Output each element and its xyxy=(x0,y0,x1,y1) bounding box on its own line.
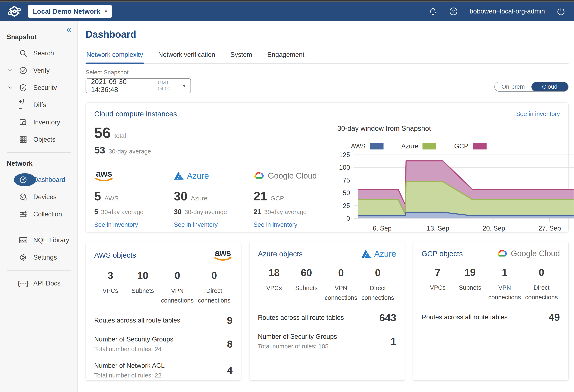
metric-routes: Routes across all route tables 9 xyxy=(94,315,233,326)
tab-engagement[interactable]: Engagement xyxy=(266,48,305,63)
search-icon xyxy=(19,49,28,58)
svg-text:13. Sep: 13. Sep xyxy=(427,225,449,232)
snapshot-timezone: GMT-04:00 xyxy=(158,80,183,92)
azure-logo: Azure xyxy=(174,171,209,181)
metric-network-acl: Number of Network ACLTotal number of rul… xyxy=(94,362,233,379)
svg-text:6. Sep: 6. Sep xyxy=(373,225,392,232)
select-snapshot-label: Select Snapshot xyxy=(85,69,191,76)
provider-summary-aws: aws 5AWS 530-day average See in inventor… xyxy=(94,168,174,228)
main-content: Dashboard Network complexity Network ver… xyxy=(78,21,574,392)
sidebar-item-label: Search xyxy=(33,50,54,57)
sidebar-heading-network: Network xyxy=(7,160,77,167)
network-selector[interactable]: Local Demo Network ▾ xyxy=(28,5,112,18)
sidebar-collapse-icon[interactable]: « xyxy=(66,24,71,34)
metric-routes: Routes across all route tables 643 xyxy=(258,312,396,324)
sidebar-item-diffs[interactable]: +/− Diffs xyxy=(0,96,77,114)
sidebar-item-search[interactable]: Search xyxy=(0,45,77,62)
sidebar-item-label: Security xyxy=(33,84,57,92)
svg-text:?: ? xyxy=(452,9,455,14)
see-in-inventory-link[interactable]: See in inventory xyxy=(94,221,174,228)
sidebar-item-devices[interactable]: Devices xyxy=(0,188,77,206)
card-title: AWS objects xyxy=(94,251,136,259)
sidebar-item-label: Inventory xyxy=(33,118,60,126)
google-cloud-logo: Google Cloud xyxy=(253,171,317,180)
sidebar-item-verify[interactable]: Verify xyxy=(0,62,77,79)
metric-security-groups: Number of Security GroupsTotal number of… xyxy=(258,333,396,350)
page-title: Dashboard xyxy=(85,29,569,40)
cloud-compute-instances-card: Cloud compute instances See in inventory… xyxy=(85,102,569,232)
chevron-down-icon[interactable] xyxy=(8,85,13,91)
notifications-bell-icon[interactable] xyxy=(428,7,437,16)
sidebar-item-label: Settings xyxy=(33,254,57,261)
svg-text:0: 0 xyxy=(347,215,350,222)
see-in-inventory-link[interactable]: See in inventory xyxy=(516,111,560,117)
total-instances-label: total xyxy=(114,132,126,139)
sidebar-item-label: NQE Library xyxy=(33,236,69,244)
chart-legend: AWS Azure GCP xyxy=(351,143,574,150)
snapshot-dropdown[interactable]: 2021-09-30 14:36:48 GMT-04:00 ▾ xyxy=(85,78,191,93)
dashboard-gauge-icon xyxy=(19,175,28,185)
onprem-cloud-toggle: On-prem Cloud xyxy=(494,82,569,92)
sidebar-item-settings[interactable]: Settings xyxy=(0,249,77,266)
gcp-average: 21 xyxy=(253,208,261,216)
toggle-option-onprem[interactable]: On-prem xyxy=(495,82,532,91)
sidebar-item-label: Devices xyxy=(33,193,57,201)
sidebar-item-security[interactable]: Security xyxy=(0,79,77,96)
azure-average: 30 xyxy=(174,208,182,216)
legend-swatch-aws xyxy=(369,143,384,149)
inventory-icon xyxy=(19,118,28,127)
nqe-library-icon: NQE xyxy=(19,236,28,245)
aws-logo: aws xyxy=(213,249,233,261)
toggle-option-cloud[interactable]: Cloud xyxy=(532,82,568,91)
stat-subnets: 60Subnets xyxy=(290,267,323,303)
dropdown-caret-icon: ▾ xyxy=(183,83,185,89)
sidebar-item-label: Verify xyxy=(33,67,50,74)
svg-text:20. Sep: 20. Sep xyxy=(483,225,505,232)
sidebar-item-api-docs[interactable]: {···} API Docs xyxy=(0,275,77,292)
diffs-icon: +/− xyxy=(19,100,28,110)
sidebar-heading-snapshot: Snapshot xyxy=(7,33,77,41)
stat-vpcs: 3VPCs xyxy=(94,270,127,305)
sidebar-item-objects[interactable]: Objects xyxy=(0,131,77,148)
sidebar-item-collection[interactable]: Collection xyxy=(0,206,77,223)
sidebar-item-label: API Docs xyxy=(33,280,61,287)
api-docs-braces-icon: {···} xyxy=(19,279,28,288)
see-in-inventory-link[interactable]: See in inventory xyxy=(174,221,253,228)
objects-grid-icon xyxy=(19,135,28,144)
logout-power-icon[interactable] xyxy=(556,7,566,16)
help-icon[interactable]: ? xyxy=(449,7,458,16)
aws-average: 5 xyxy=(94,208,98,216)
card-title: GCP objects xyxy=(421,249,463,258)
stat-vpn-connections: 1VPN connections xyxy=(486,266,523,302)
gear-icon xyxy=(19,253,28,262)
stat-direct-connections: 0Direct connections xyxy=(196,270,233,305)
card-title: Azure objects xyxy=(258,250,303,258)
legend-swatch-azure xyxy=(423,143,436,149)
sidebar-item-label: Diffs xyxy=(33,101,46,109)
sidebar-item-nqe-library[interactable]: NQE NQE Library xyxy=(0,232,77,249)
stat-vpcs: 7VPCs xyxy=(421,266,454,302)
metric-security-groups: Number of Security GroupsTotal number of… xyxy=(94,336,233,353)
azure-logo: Azure xyxy=(361,249,396,259)
svg-text:NQE: NQE xyxy=(20,239,26,242)
chart-title: 30-day window from Snapshot xyxy=(337,124,574,132)
see-in-inventory-link[interactable]: See in inventory xyxy=(253,221,333,228)
chevron-down-icon[interactable] xyxy=(8,67,13,74)
svg-text:75: 75 xyxy=(343,177,350,184)
sidebar: « Snapshot Search Verify Security xyxy=(0,21,78,392)
tab-network-complexity[interactable]: Network complexity xyxy=(85,48,144,63)
sidebar-divider xyxy=(7,152,71,153)
tab-system[interactable]: System xyxy=(229,48,253,63)
devices-globe-gear-icon xyxy=(19,192,28,202)
verify-check-circle-icon xyxy=(19,66,28,75)
svg-text:25: 25 xyxy=(343,202,350,209)
tab-network-verification[interactable]: Network verification xyxy=(157,48,216,63)
aws-logo: aws xyxy=(94,170,114,182)
gcp-objects-card: GCP objects Google Cloud xyxy=(413,242,569,381)
sidebar-item-dashboard[interactable]: Dashboard xyxy=(0,171,77,188)
stat-direct-connections: 0Direct connections xyxy=(523,266,560,302)
google-cloud-logo: Google Cloud xyxy=(497,249,560,258)
svg-text:50: 50 xyxy=(343,189,350,197)
average-instances-value: 53 xyxy=(94,144,105,156)
sidebar-item-inventory[interactable]: Inventory xyxy=(0,114,77,131)
